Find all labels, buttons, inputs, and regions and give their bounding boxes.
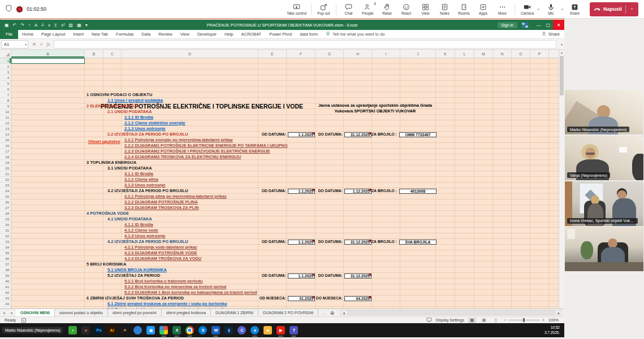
participant-video-4[interactable] (565, 227, 643, 271)
field-input[interactable]: 4013008 (399, 189, 436, 194)
row-header-14[interactable]: 14 (0, 132, 11, 137)
meeting-button-people[interactable]: 4People (358, 1, 377, 18)
select-all-corner[interactable] (0, 50, 11, 58)
menu-item-row-18[interactable]: 2.2.4 DIJAGRAM3 TROSKOVA ZA ELEKTRICNU E… (124, 154, 241, 160)
tell-me-box[interactable]: Tell me what you want to do (325, 31, 385, 38)
redo-icon[interactable]: ↷ (20, 23, 24, 28)
name-box-chevron-icon[interactable]: ▾ (25, 42, 28, 46)
row-header-10[interactable]: 10 (0, 109, 11, 115)
scroll-left-icon[interactable]: ◀ (341, 311, 346, 315)
menu-item-row-23[interactable]: 3.1.3 Unos potrosnje (124, 182, 166, 188)
row-header-26[interactable]: 26 (0, 199, 11, 205)
menu-item-row-38[interactable]: 5.1 UNOS BROJA KORISNIKA (107, 267, 167, 273)
chart-app-icon[interactable]: ▮ (224, 326, 233, 334)
column-header-H[interactable]: H (344, 50, 372, 58)
column-header-A[interactable]: A (11, 50, 85, 58)
ribbon-tab-help[interactable]: Help (221, 30, 237, 39)
zoom-out-icon[interactable]: − (504, 318, 506, 322)
column-header-O[interactable]: O (512, 50, 530, 58)
horizontal-scroll-thumb[interactable] (347, 311, 556, 315)
save-icon[interactable]: ▣ (5, 23, 9, 28)
meeting-button-pop-out[interactable]: Pop out (314, 1, 333, 18)
macro-record-icon[interactable] (21, 318, 26, 323)
paste-icon[interactable]: ▥ (69, 23, 74, 28)
field-input[interactable]: OMM 7733467 (399, 132, 436, 137)
chrome-icon[interactable] (185, 326, 194, 334)
menu-item-row-42[interactable]: 5.2.3 DIJAGRAM 1 Broj korisnika po kateg… (124, 290, 257, 295)
column-header-D[interactable]: D (122, 50, 258, 58)
menu-item-row-27[interactable]: 3.2.3 DIJAGRAM TROSKOVA ZA PLIN (124, 205, 199, 211)
menu-item-row-12[interactable]: 2.1.2 Cijene električne energije (124, 120, 185, 126)
page-layout-view-button[interactable]: ▤ (480, 318, 488, 323)
row-header-36[interactable]: 36 (0, 256, 11, 262)
menu-item-row-15[interactable]: 2.2.1 Potrošnja energije po mjerenjima-t… (124, 137, 233, 143)
row-header-22[interactable]: 22 (0, 177, 11, 182)
formula-input[interactable] (54, 40, 556, 49)
leave-meeting-button[interactable]: Napusti (590, 2, 638, 16)
row-header-19[interactable]: 19 (0, 160, 11, 166)
row-header-29[interactable]: 29 (0, 216, 11, 222)
row-header-40[interactable]: 40 (0, 279, 11, 284)
normal-view-button[interactable]: ▦ (468, 318, 476, 323)
meeting-button-view[interactable]: View (416, 1, 435, 18)
sheet-tab-osnovni-podaci-o-objektu[interactable]: osnovni podaci o objektu (55, 309, 108, 316)
photoshop-icon[interactable]: Ps (94, 326, 103, 334)
row-header-4[interactable]: 4 (0, 75, 11, 81)
autosum-icon[interactable]: Σ (54, 23, 57, 28)
menu-item-row-17[interactable]: 2.2.3 DIJAGRAM2 POTROŠNJE I PROIZVODNJE … (124, 149, 270, 154)
meeting-button-more[interactable]: More (493, 1, 512, 18)
row-header-27[interactable]: 27 (0, 205, 11, 211)
word-icon[interactable]: W (211, 326, 220, 334)
page-break-view-button[interactable]: ▯ (492, 318, 500, 323)
field-input[interactable]: 31.12.2025 (344, 273, 371, 279)
menu-item-row-26[interactable]: 3.2.2 DIJAGRAM POTROŠNJE PLINA (124, 199, 198, 205)
participant-video-1[interactable]: Marko Nisandzic (Neprovjereno) (565, 90, 643, 134)
insert-function-icon[interactable]: fx (46, 42, 50, 47)
zoom-track[interactable] (508, 320, 540, 320)
row-header-3[interactable]: 3 (0, 69, 11, 75)
sheet-nav-right-icon[interactable]: ▸ (8, 309, 16, 316)
menu-item-row-34[interactable]: 4.2.1 Potrošnja vode-tabelarni prikaz (124, 245, 197, 250)
row-header-8[interactable]: 8 (0, 98, 11, 103)
display-settings-label[interactable]: Display Settings (436, 318, 464, 322)
participant-video-3[interactable]: Ivona Vrebac, Sportski objekti Vuko... (565, 181, 643, 226)
ribbon-tab-formulas[interactable]: Formulas (112, 30, 137, 39)
menu-item-row-30[interactable]: 4.1.1 ID Brojila (124, 222, 153, 228)
row-header-28[interactable]: 28 (0, 211, 11, 216)
meeting-button-take-control[interactable]: Take control (285, 1, 308, 18)
row-header-32[interactable]: 32 (0, 233, 11, 239)
field-input[interactable]: SVA BROJILA (399, 240, 436, 245)
column-header-G[interactable]: G (315, 50, 344, 58)
row-header-39[interactable]: 39 (0, 273, 11, 279)
row-header-15[interactable]: 15 (0, 137, 11, 143)
row-header-2[interactable]: 2 (0, 64, 11, 69)
sign-in-button[interactable]: Sign in (498, 22, 517, 28)
column-header-B[interactable]: B (85, 50, 103, 58)
taskbar-clock[interactable]: 10:52 3.7.2025. (544, 325, 564, 335)
edge-icon[interactable]: e (250, 326, 259, 334)
row-header-41[interactable]: 41 (0, 284, 11, 290)
open-instructions-link[interactable]: Otvori uputstvo (88, 139, 120, 144)
teams-icon[interactable]: T (289, 326, 298, 334)
name-box[interactable]: A1 ▾ (1, 40, 28, 49)
row-header-13[interactable]: 13 (0, 126, 11, 132)
meeting-button-rooms[interactable]: Rooms (455, 1, 473, 18)
cancel-formula-icon[interactable]: ✕ (32, 42, 36, 47)
photos-icon[interactable] (159, 326, 168, 334)
table-icon[interactable]: ▦ (77, 23, 81, 28)
more-sheets-button[interactable]: … (318, 309, 328, 316)
column-header-J[interactable]: J (400, 50, 436, 58)
menu-item-row-8[interactable]: 1.1 Unos I pregled podataka (107, 98, 163, 103)
menu-item-row-44[interactable]: 6.1 Zbirni pregled troskova za energente… (107, 301, 227, 307)
row-header-42[interactable]: 42 (0, 290, 11, 295)
row-header-30[interactable]: 30 (0, 222, 11, 228)
vertical-scrollbar[interactable]: ▲ (559, 50, 564, 308)
row-header-12[interactable]: 12 (0, 120, 11, 126)
row-header-11[interactable]: 11 (0, 115, 11, 120)
row-header-7[interactable]: 7 (0, 92, 11, 98)
sheet-nav-left-icon[interactable]: ◂ (0, 309, 8, 316)
ribbon-tab-view[interactable]: View (176, 30, 193, 39)
row-header-24[interactable]: 24 (0, 188, 11, 194)
upload-icon[interactable]: ↑ (28, 23, 31, 28)
device-options-chevron-icon[interactable] (560, 7, 565, 12)
